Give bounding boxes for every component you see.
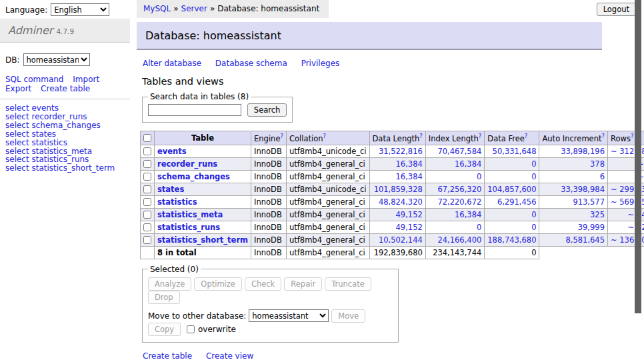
alter-database-link[interactable]: Alter database [143, 59, 201, 68]
cell-index_length: 16,384 [425, 157, 485, 170]
move-label: Move to other database: [148, 311, 246, 321]
column-header: Engine? [251, 131, 287, 145]
cell-data_free: 188,743,680 [485, 233, 539, 246]
cell-auto_increment: 33,398,984 [539, 183, 608, 195]
help-link[interactable]: ? [631, 133, 634, 139]
help-link[interactable]: ? [525, 133, 528, 139]
help-link[interactable]: ? [323, 133, 327, 139]
database-schema-link[interactable]: Database schema [215, 59, 287, 68]
footer-total: 8 in total [155, 246, 251, 259]
table-name-link[interactable]: statistics [157, 197, 197, 207]
table-name-link[interactable]: statistics_short_term [157, 235, 248, 245]
selected-actions-row: AnalyzeOptimizeCheckRepairTruncateDrop [148, 277, 393, 304]
cell-engine: InnoDB [251, 221, 287, 233]
sidebar-table-link[interactable]: select statistics_short_term [5, 164, 130, 173]
row-checkbox[interactable] [143, 185, 151, 193]
content: Database: homeassistant Alter database D… [137, 22, 602, 362]
create-table-link[interactable]: Create table [143, 351, 192, 361]
footer-index-length: 234,143,744 [425, 246, 485, 259]
help-link[interactable]: ? [280, 133, 283, 139]
cell-index_length: 0 [425, 221, 485, 233]
row-checkbox[interactable] [143, 160, 151, 168]
database-action-links: Alter database Database schema Privilege… [143, 59, 602, 68]
db-label: DB: [5, 55, 20, 65]
language-select[interactable]: English [51, 3, 109, 16]
row-checkbox[interactable] [143, 147, 151, 155]
table-row: recorder_runsInnoDButf8mb4_general_ci16,… [141, 157, 644, 170]
db-select[interactable]: homeassistant [23, 53, 90, 66]
cell-index_length: 72,220,672 [425, 195, 485, 208]
breadcrumb-separator: » [210, 4, 215, 13]
sidebar-table-link[interactable]: select states [5, 130, 130, 139]
row-checkbox[interactable] [143, 173, 151, 181]
sidebar-table-link[interactable]: select events [5, 104, 130, 113]
create-view-link[interactable]: Create view [206, 351, 253, 361]
table-name-link[interactable]: statistics_runs [157, 223, 220, 232]
breadcrumb-server[interactable]: Server [181, 4, 207, 13]
cell-data_free: 0 [485, 170, 539, 183]
table-name-link[interactable]: statistics_meta [157, 210, 223, 219]
cell-collation: utf8mb4_general_ci [286, 233, 369, 246]
table-row: statisticsInnoDButf8mb4_general_ci48,824… [141, 195, 644, 208]
cell-auto_increment: 6 [539, 170, 608, 183]
search-button[interactable]: Search [247, 103, 287, 117]
row-checkbox[interactable] [143, 223, 151, 231]
move-row: Move to other database:homeassistantMove… [148, 309, 393, 336]
scrollbar-thumb[interactable] [635, 0, 641, 313]
sidebar-action-import[interactable]: Import [73, 75, 99, 84]
table-row: statistics_runsInnoDButf8mb4_general_ci4… [141, 221, 644, 233]
cell-auto_increment: 33,898,196 [539, 145, 608, 157]
table-name-link[interactable]: recorder_runs [157, 159, 217, 169]
cell-data_length: 31,522,816 [369, 145, 425, 157]
language-label: Language: [5, 5, 47, 15]
row-checkbox[interactable] [143, 198, 151, 206]
sidebar-table-link[interactable]: select recorder_runs [5, 113, 130, 121]
cell-index_length: 70,467,584 [425, 145, 485, 157]
sidebar: Adminer4.7.9 DB:homeassistant SQL comman… [0, 19, 130, 173]
row-checkbox[interactable] [143, 236, 151, 244]
row-checkbox[interactable] [143, 211, 151, 219]
cell-data_length: 16,384 [369, 170, 425, 183]
table-row: statistics_short_termInnoDButf8mb4_gener… [141, 233, 644, 246]
help-link[interactable]: ? [419, 133, 423, 139]
cell-data_free: 50,331,648 [485, 145, 539, 157]
cell-engine: InnoDB [251, 145, 287, 157]
table-row: schema_changesInnoDButf8mb4_general_ci16… [141, 170, 644, 183]
help-link[interactable]: ? [601, 133, 605, 139]
cell-index_length: 0 [425, 170, 485, 183]
cell-data_length: 49,152 [369, 221, 425, 233]
table-name-link[interactable]: events [157, 147, 187, 156]
cell-data_free: 0 [485, 208, 539, 221]
overwrite-checkbox[interactable] [187, 325, 195, 333]
tables-section-title: Tables and views [142, 76, 602, 87]
sidebar-table-link[interactable]: select statistics [5, 139, 130, 147]
help-link[interactable]: ? [479, 133, 482, 139]
column-header: Collation? [286, 131, 369, 145]
sidebar-tables-list: select eventsselect recorder_runsselect … [0, 99, 130, 173]
table-name-link[interactable]: schema_changes [157, 172, 230, 181]
table-name-link[interactable]: states [157, 185, 184, 194]
cell-auto_increment: 913,577 [539, 195, 608, 208]
footer-engine: InnoDB [251, 246, 287, 259]
repair-button: Repair [284, 277, 322, 291]
sidebar-action-create-table[interactable]: Create table [41, 84, 90, 93]
privileges-link[interactable]: Privileges [301, 59, 340, 68]
logout-button[interactable]: Logout [597, 3, 636, 16]
breadcrumb-mysql[interactable]: MySQL [143, 4, 171, 13]
logout-area: Logout [597, 3, 636, 16]
cell-index_length: 24,166,400 [425, 233, 485, 246]
breadcrumb: MySQL»Server»Database: homeassistant [137, 0, 329, 18]
cell-auto_increment: 8,581,645 [539, 233, 608, 246]
sidebar-action-export[interactable]: Export [5, 84, 31, 93]
search-input[interactable] [148, 104, 241, 116]
footer-collation: utf8mb4_general_ci [286, 246, 369, 259]
sidebar-action-sql-command[interactable]: SQL command [5, 75, 63, 84]
cell-data_length: 49,152 [369, 208, 425, 221]
move-button: Move [331, 309, 365, 323]
search-fieldset: Search data in tables (8) Search [142, 92, 293, 123]
select-all-checkbox[interactable] [143, 134, 151, 142]
sidebar-table-link[interactable]: select schema_changes [5, 121, 130, 130]
footer-data-free: 0 [485, 246, 539, 259]
move-db-select[interactable]: homeassistant [249, 309, 329, 322]
column-header: Table [155, 131, 251, 145]
